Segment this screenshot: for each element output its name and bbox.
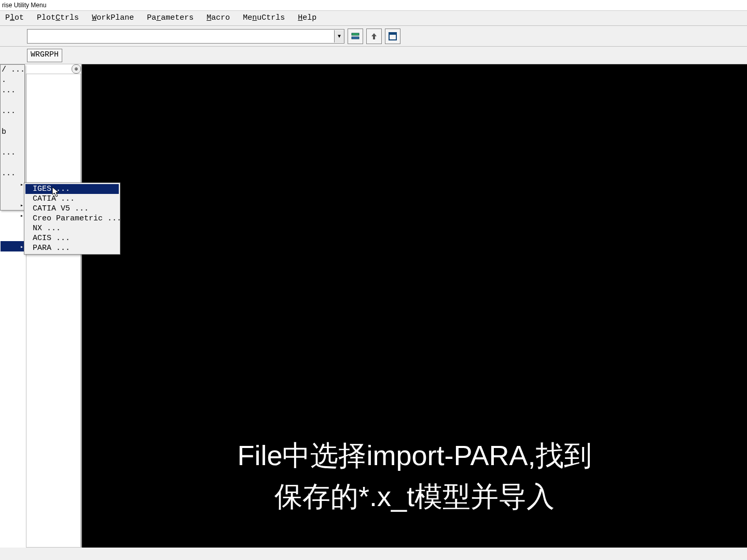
svg-rect-3 bbox=[389, 33, 396, 35]
command-combo[interactable]: ▾ bbox=[27, 29, 344, 44]
t: elp bbox=[302, 13, 316, 22]
submenu-item-catia[interactable]: CATIA ... bbox=[25, 194, 119, 204]
toolbar-main: ▾ bbox=[0, 26, 747, 47]
file-item[interactable]: / ... bbox=[1, 65, 24, 75]
file-item bbox=[1, 158, 24, 169]
caption-line-2: 保存的*.x_t模型并导入 bbox=[237, 476, 591, 516]
work-area: / ... . ... ... b ... ... IGES ... CATIA… bbox=[0, 64, 747, 548]
svg-rect-1 bbox=[352, 37, 359, 39]
file-item bbox=[1, 262, 24, 272]
combo-dropdown-button[interactable]: ▾ bbox=[334, 30, 344, 43]
t: Pa bbox=[147, 13, 156, 22]
file-item-sub[interactable] bbox=[1, 200, 24, 210]
menu-plot[interactable]: Plot bbox=[1, 11, 28, 25]
file-menu-column: / ... . ... ... b ... ... bbox=[0, 64, 25, 211]
u: C bbox=[56, 13, 60, 22]
toolbar-button-2[interactable] bbox=[366, 29, 382, 44]
file-item-import[interactable] bbox=[1, 241, 24, 251]
u: H bbox=[298, 13, 302, 22]
menu-bar: Plot PlotCtrls WorkPlane Parameters Macr… bbox=[0, 11, 747, 26]
u: W bbox=[92, 13, 96, 22]
file-item[interactable]: ... bbox=[1, 169, 24, 179]
overlay-caption: File中选择import-PARA,找到 保存的*.x_t模型并导入 bbox=[237, 435, 591, 516]
t: ot bbox=[15, 13, 24, 22]
command-input[interactable] bbox=[27, 31, 334, 42]
file-item[interactable]: ... bbox=[1, 148, 24, 158]
u: r bbox=[156, 13, 161, 22]
t: trls bbox=[60, 13, 79, 22]
up-icon bbox=[369, 32, 379, 41]
toolbar-button-3[interactable] bbox=[385, 29, 400, 44]
menu-workplane[interactable]: WorkPlane bbox=[88, 11, 138, 25]
file-item[interactable]: b bbox=[1, 127, 24, 137]
file-item bbox=[1, 96, 24, 106]
wrgrph-button[interactable]: WRGRPH bbox=[27, 49, 62, 62]
menu-menuctrls[interactable]: MenuCtrls bbox=[239, 11, 289, 25]
side-panel-body bbox=[26, 74, 81, 548]
stack-icon bbox=[351, 32, 360, 41]
submenu-item-acis[interactable]: ACIS ... bbox=[25, 233, 119, 243]
file-item[interactable] bbox=[1, 272, 24, 283]
caption-line-1: File中选择import-PARA,找到 bbox=[237, 435, 591, 475]
u: M bbox=[206, 13, 211, 22]
t: P bbox=[5, 13, 10, 22]
svg-rect-0 bbox=[352, 33, 359, 35]
menu-plotctrls[interactable]: PlotCtrls bbox=[33, 11, 83, 25]
u: n bbox=[252, 13, 257, 22]
file-item[interactable]: ... bbox=[1, 106, 24, 117]
file-item[interactable]: . bbox=[1, 75, 24, 86]
t: orkPlane bbox=[96, 13, 134, 22]
file-item[interactable]: ... bbox=[1, 86, 24, 96]
submenu-item-iges[interactable]: IGES ... bbox=[25, 184, 119, 194]
submenu-item-creo[interactable]: Creo Parametric ... bbox=[25, 214, 119, 223]
toolbar-button-1[interactable] bbox=[348, 29, 363, 44]
file-item bbox=[1, 189, 24, 200]
t: ameters bbox=[161, 13, 193, 22]
submenu-item-nx[interactable]: NX ... bbox=[25, 223, 119, 233]
file-item bbox=[1, 117, 24, 127]
file-item-sub[interactable] bbox=[1, 210, 24, 220]
u: l bbox=[10, 13, 15, 22]
file-item-sub[interactable] bbox=[1, 179, 24, 189]
t: Me bbox=[243, 13, 252, 22]
import-submenu: IGES ... CATIA ... CATIA V5 ... Creo Par… bbox=[24, 183, 120, 255]
submenu-item-catia-v5[interactable]: CATIA V5 ... bbox=[25, 204, 119, 214]
file-item[interactable] bbox=[1, 251, 24, 262]
menu-parameters[interactable]: Parameters bbox=[143, 11, 198, 25]
file-item bbox=[1, 137, 24, 148]
file-item bbox=[1, 231, 24, 241]
collapse-icon[interactable]: ⊗ bbox=[72, 64, 81, 74]
file-item bbox=[1, 220, 24, 231]
window-title: rise Utility Menu bbox=[0, 0, 747, 11]
submenu-item-para[interactable]: PARA ... bbox=[25, 243, 119, 253]
window-icon bbox=[388, 32, 397, 41]
toolbar-secondary: WRGRPH bbox=[0, 47, 747, 64]
t: acro bbox=[211, 13, 230, 22]
graphics-viewport[interactable]: File中选择import-PARA,找到 保存的*.x_t模型并导入 bbox=[82, 64, 747, 548]
menu-macro[interactable]: Macro bbox=[202, 11, 234, 25]
menu-help[interactable]: Help bbox=[294, 11, 321, 25]
t: uCtrls bbox=[257, 13, 285, 22]
chevron-down-icon: ▾ bbox=[337, 31, 341, 41]
t: Plot bbox=[37, 13, 56, 22]
